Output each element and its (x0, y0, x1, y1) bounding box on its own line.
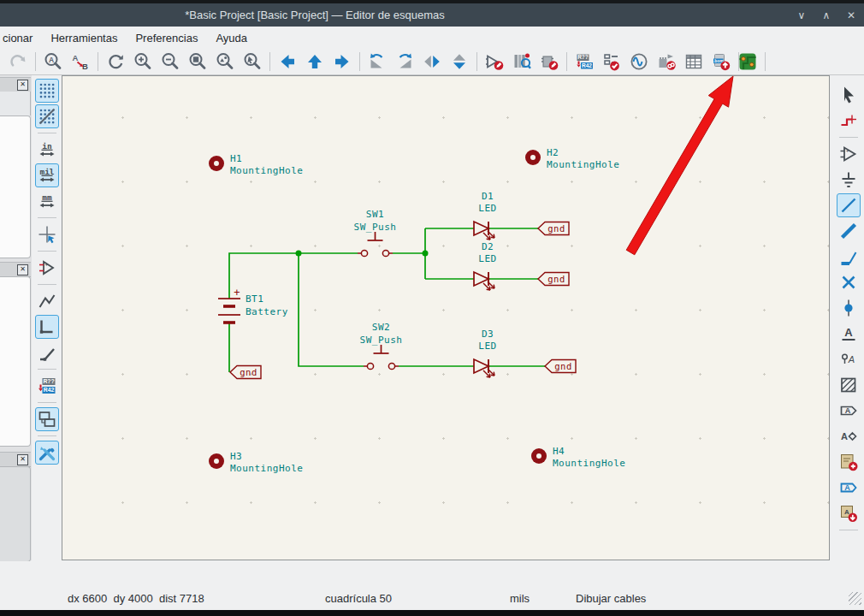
menubar: cionarHerramientasPreferenciasAyuda (0, 27, 864, 49)
component-reference: BT1 (246, 293, 263, 305)
symbol-editor-button[interactable] (483, 50, 506, 73)
zoom-objects-button[interactable] (214, 50, 236, 73)
panel-body[interactable] (0, 466, 31, 562)
minimize-icon[interactable]: ∨ (796, 9, 808, 21)
unit-mm-toggle[interactable]: mm (35, 189, 59, 213)
maximize-icon[interactable]: ∧ (820, 9, 832, 21)
annotate-button[interactable]: R??R42 (573, 50, 595, 73)
component-value: SW_Push (360, 335, 403, 346)
grid-dots-toggle[interactable] (35, 79, 59, 103)
full-cursor-toggle[interactable] (35, 222, 59, 246)
led-emission-arrow (489, 374, 490, 377)
erc-button[interactable] (601, 50, 623, 73)
nav-back-button[interactable] (276, 50, 299, 73)
free-angle-wires-toggle[interactable] (35, 289, 59, 313)
close-icon[interactable]: ✕ (845, 9, 857, 21)
led-triangle (474, 272, 488, 286)
rule-area-tool[interactable] (837, 373, 861, 397)
no-connect-tool[interactable] (837, 270, 861, 294)
symbol-library-browser-button[interactable] (511, 50, 533, 73)
mirror-horizontal-button[interactable] (448, 50, 470, 73)
menu-item-herramientas[interactable]: Herramientas (50, 30, 118, 46)
nav-up-button[interactable] (304, 50, 326, 73)
right-toolbar: +-AAAAAA (833, 75, 864, 560)
docked-panel-header[interactable]: ✕ (0, 77, 31, 92)
properties-panel-toggle[interactable] (35, 441, 59, 465)
sheet-pin-tool[interactable]: A (837, 501, 861, 525)
svg-text:A: A (844, 326, 853, 339)
draw-bus-tool[interactable] (837, 219, 861, 243)
bus-entry-tool[interactable] (837, 245, 861, 269)
component-value: MountingHole (553, 458, 625, 469)
refresh-button[interactable] (104, 50, 127, 73)
svg-text:A: A (848, 354, 855, 364)
import-sheet-pin-tool[interactable]: A (837, 476, 861, 500)
symbol-fields-table-button[interactable] (683, 50, 705, 73)
docked-panel-header[interactable]: ✕ (0, 262, 31, 277)
hv-wires-toggle[interactable] (35, 315, 59, 339)
annotate-auto-toggle[interactable]: R??R42 (35, 374, 59, 398)
net-label-tool[interactable]: A (837, 322, 861, 346)
panel-body[interactable] (0, 116, 31, 258)
wires-45-toggle[interactable] (35, 341, 59, 364)
hierarchical-label-tool[interactable]: A (837, 424, 861, 448)
find-button[interactable]: A (42, 50, 64, 73)
component-reference: H2 (547, 147, 559, 158)
hierarchical-sheet-tool[interactable] (837, 450, 861, 474)
status-active-tool: Dibujar cables (576, 592, 646, 605)
assign-footprints-button[interactable] (655, 50, 678, 73)
footprint-editor-button[interactable] (538, 50, 560, 73)
toolbar-separator (359, 52, 360, 71)
component-reference: H4 (553, 446, 565, 457)
select-tool[interactable] (837, 83, 861, 107)
highlight-net-tool[interactable] (837, 109, 861, 133)
docked-panel-header[interactable]: ✕ (0, 452, 31, 467)
global-label-tool[interactable]: A (837, 399, 861, 423)
rotate-ccw-button[interactable] (366, 50, 388, 73)
junction-tool[interactable] (837, 296, 861, 320)
switch-contact (361, 250, 367, 256)
zoom-out-button[interactable] (159, 50, 181, 73)
simulator-button[interactable] (628, 50, 650, 73)
battery-plus-sign: + (234, 287, 240, 299)
directive-label-tool[interactable]: A (837, 347, 861, 371)
led-emission-arrow (494, 372, 494, 376)
resize-grip-icon[interactable] (849, 592, 861, 605)
wire (299, 253, 364, 366)
component-value: LED (478, 253, 496, 264)
menu-item-cionar[interactable]: cionar (2, 30, 33, 46)
hierarchy-navigator-toggle[interactable] (35, 407, 59, 431)
hidden-pins-toggle[interactable]: +- (35, 256, 59, 280)
mirror-vertical-button[interactable] (421, 50, 443, 73)
grid-override-toggle[interactable] (35, 104, 59, 128)
titlebar[interactable]: *Basic Project [Basic Project] — Editor … (0, 3, 864, 27)
place-power-tool[interactable] (837, 168, 861, 192)
toolbar-separator (38, 217, 56, 218)
pcb-editor-button[interactable] (737, 50, 759, 73)
panel-close-icon[interactable]: ✕ (17, 454, 28, 465)
zoom-selection-button[interactable] (241, 50, 263, 73)
panel-close-icon[interactable]: ✕ (17, 80, 28, 91)
toolbar-separator (35, 52, 36, 71)
status-units: mils (510, 592, 530, 605)
unit-mils-toggle[interactable]: mil (35, 163, 59, 187)
unit-inches-toggle[interactable]: in (35, 138, 59, 162)
find-replace-button[interactable]: AB (69, 50, 92, 73)
svg-text:A: A (845, 406, 851, 415)
export-bom-button[interactable]: .bom (710, 50, 732, 73)
menu-item-preferencias[interactable]: Preferencias (134, 30, 198, 46)
zoom-in-button[interactable] (132, 50, 154, 73)
status-grid-setting: cuadrícula 50 (325, 592, 392, 605)
menu-item-ayuda[interactable]: Ayuda (215, 30, 248, 46)
power-label-text: gnd (547, 223, 565, 234)
redo-button[interactable] (7, 50, 29, 73)
svg-text:A: A (73, 53, 79, 62)
zoom-fit-button[interactable] (186, 50, 209, 73)
panel-close-icon[interactable]: ✕ (17, 264, 28, 275)
nav-forward-button[interactable] (331, 50, 353, 73)
rotate-cw-button[interactable] (394, 50, 416, 73)
draw-wire-tool[interactable] (837, 193, 861, 217)
panel-body[interactable] (0, 276, 31, 447)
schematic-canvas[interactable]: H1MountingHoleH2MountingHoleH3MountingHo… (62, 75, 830, 560)
place-symbol-tool[interactable]: +- (837, 142, 861, 166)
